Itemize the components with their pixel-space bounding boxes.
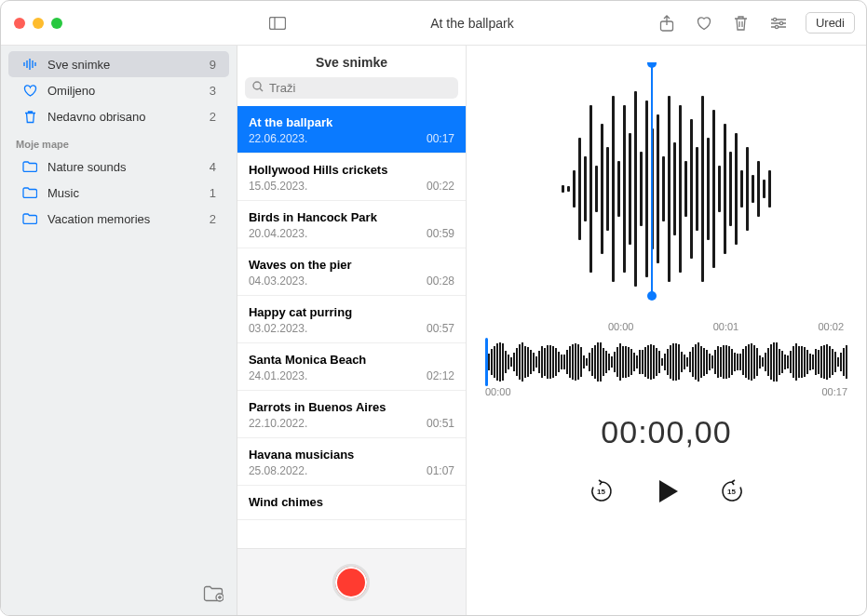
search-icon xyxy=(252,81,264,95)
edit-button[interactable]: Uredi xyxy=(806,12,855,33)
recording-item-duration: 00:22 xyxy=(427,180,454,193)
recording-item-duration: 00:51 xyxy=(427,417,454,430)
app-window: At the ballpark Uredi Sve snimke xyxy=(0,0,867,616)
recordings-list-column: Sve snimke At the ballpark 22.06.2023. 0… xyxy=(237,46,467,615)
recording-item-title: Hollywood Hills crickets xyxy=(249,163,454,177)
search-field[interactable] xyxy=(245,77,458,99)
playhead-small[interactable] xyxy=(485,338,488,386)
svg-point-15 xyxy=(253,82,261,89)
sidebar-item-label: Nature sounds xyxy=(47,160,200,174)
new-folder-icon[interactable] xyxy=(203,585,224,606)
sidebar-section-header: Moje mape xyxy=(1,129,237,154)
toggle-sidebar-icon[interactable] xyxy=(267,13,288,33)
sidebar-item-label: Music xyxy=(47,186,200,200)
timeline-labels-large: 00:00 00:01 00:02 xyxy=(485,321,847,332)
recording-item-date: 22.10.2022. xyxy=(249,417,307,430)
recording-item-duration: 02:12 xyxy=(427,369,454,382)
sidebar-folder-item[interactable]: Vacation memories 2 xyxy=(8,206,229,232)
recording-item-date: 25.08.2022. xyxy=(249,464,307,477)
svg-point-7 xyxy=(779,21,782,24)
sidebar-item-count: 3 xyxy=(210,84,216,98)
recording-item-duration: 01:07 xyxy=(427,464,454,477)
recording-item-title: Havana musicians xyxy=(249,448,454,462)
waveform-overview[interactable]: 00:00 00:17 xyxy=(485,341,847,397)
svg-point-6 xyxy=(773,18,776,20)
favorite-icon[interactable] xyxy=(694,13,714,33)
transport-controls: 15 15 xyxy=(485,476,847,506)
svg-point-8 xyxy=(775,25,778,28)
skip-forward-button[interactable]: 15 xyxy=(719,478,745,504)
waveform-large[interactable]: 00:00 00:01 00:02 xyxy=(485,62,847,332)
share-icon[interactable] xyxy=(657,13,677,33)
sidebar-item-count: 9 xyxy=(210,58,216,72)
heart-icon xyxy=(21,85,38,97)
recording-list-item[interactable]: Havana musicians 25.08.2022. 01:07 xyxy=(237,438,466,486)
recording-item-date: 03.02.2023. xyxy=(249,322,307,335)
waveform-icon xyxy=(21,59,38,70)
recording-list-item[interactable]: Parrots in Buenos Aires 22.10.2022. 00:5… xyxy=(237,391,466,438)
svg-rect-0 xyxy=(270,17,286,29)
close-window-button[interactable] xyxy=(14,18,25,29)
recording-item-duration: 00:28 xyxy=(427,275,454,288)
delete-icon[interactable] xyxy=(731,13,752,33)
trash-icon xyxy=(21,110,38,124)
recording-title: At the ballpark xyxy=(299,16,645,31)
recording-item-date: 24.01.2023. xyxy=(249,369,307,382)
skip-back-button[interactable]: 15 xyxy=(589,478,615,504)
list-header: Sve snimke xyxy=(237,46,466,77)
recording-item-duration: 00:17 xyxy=(427,132,454,145)
folder-icon xyxy=(21,213,38,224)
recording-item-duration: 00:59 xyxy=(427,227,454,240)
svg-line-16 xyxy=(260,88,263,91)
overview-end-time: 00:17 xyxy=(821,386,847,397)
detail-panel: 00:00 00:01 00:02 00:00 00:17 00:00,00 xyxy=(467,46,866,615)
search-input[interactable] xyxy=(269,81,451,95)
window-controls xyxy=(1,1,75,45)
recording-list-item[interactable]: Birds in Hancock Park 20.04.2023. 00:59 xyxy=(237,201,466,248)
sidebar-smart-item[interactable]: Nedavno obrisano 2 xyxy=(8,103,229,129)
playhead-large[interactable] xyxy=(651,62,653,297)
settings-sliders-icon[interactable] xyxy=(768,13,789,33)
recording-item-date: 20.04.2023. xyxy=(249,227,307,240)
sidebar-folder-item[interactable]: Music 1 xyxy=(8,180,229,206)
recording-item-title: At the ballpark xyxy=(249,115,454,129)
sidebar: Sve snimke 9 Omiljeno 3 Nedavno obrisano… xyxy=(1,46,237,615)
recording-list-item[interactable]: Wind chimes xyxy=(237,486,466,520)
sidebar-smart-item[interactable]: Sve snimke 9 xyxy=(8,51,229,77)
recording-item-date: 15.05.2023. xyxy=(249,180,307,193)
sidebar-item-count: 2 xyxy=(210,110,216,124)
sidebar-item-count: 1 xyxy=(210,186,216,200)
recording-list-item[interactable]: At the ballpark 22.06.2023. 00:17 xyxy=(237,106,466,154)
maximize-window-button[interactable] xyxy=(51,18,62,29)
sidebar-item-count: 2 xyxy=(210,212,216,226)
recording-list-item[interactable]: Santa Monica Beach 24.01.2023. 02:12 xyxy=(237,343,466,391)
overview-start-time: 00:00 xyxy=(485,386,511,397)
minimize-window-button[interactable] xyxy=(33,18,44,29)
titlebar: At the ballpark Uredi xyxy=(1,1,866,46)
sidebar-item-label: Nedavno obrisano xyxy=(47,110,200,124)
sidebar-item-label: Sve snimke xyxy=(47,58,200,72)
recording-item-date: 22.06.2023. xyxy=(249,132,307,145)
sidebar-folder-item[interactable]: Nature sounds 4 xyxy=(8,154,229,180)
recording-item-title: Wind chimes xyxy=(249,495,454,509)
play-button[interactable] xyxy=(652,476,682,506)
sidebar-item-label: Omiljeno xyxy=(47,84,200,98)
recording-list-item[interactable]: Hollywood Hills crickets 15.05.2023. 00:… xyxy=(237,154,466,201)
folder-icon xyxy=(21,161,38,172)
recording-item-title: Parrots in Buenos Aires xyxy=(249,400,454,414)
recording-item-title: Birds in Hancock Park xyxy=(249,210,454,224)
folder-icon xyxy=(21,187,38,198)
sidebar-item-label: Vacation memories xyxy=(47,212,200,226)
recording-item-duration: 00:57 xyxy=(427,322,454,335)
recording-item-title: Santa Monica Beach xyxy=(249,353,454,367)
recording-list-item[interactable]: Waves on the pier 04.03.2023. 00:28 xyxy=(237,248,466,296)
recording-item-title: Waves on the pier xyxy=(249,258,454,272)
recording-item-date: 04.03.2023. xyxy=(249,275,307,288)
time-display: 00:00,00 xyxy=(485,414,847,450)
recording-item-title: Happy cat purring xyxy=(249,305,454,319)
record-bar xyxy=(237,548,466,615)
recording-list-item[interactable]: Happy cat purring 03.02.2023. 00:57 xyxy=(237,296,466,343)
sidebar-smart-item[interactable]: Omiljeno 3 xyxy=(8,77,229,103)
record-button[interactable] xyxy=(332,564,370,601)
sidebar-item-count: 4 xyxy=(210,160,216,174)
